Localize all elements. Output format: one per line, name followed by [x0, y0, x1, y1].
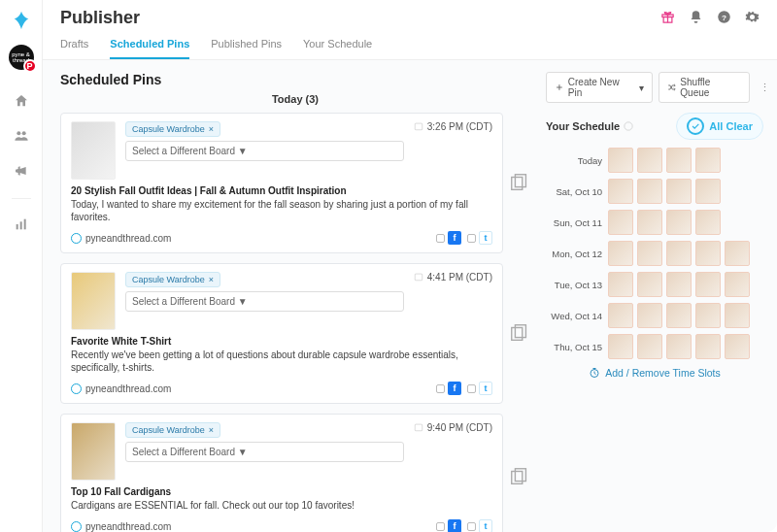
schedule-slot[interactable]: [695, 334, 721, 359]
pin-source[interactable]: pyneandthread.com: [71, 521, 171, 532]
schedule-slot[interactable]: [666, 241, 692, 266]
all-clear-button[interactable]: All Clear: [676, 113, 763, 140]
board-select[interactable]: Select a Different Board ▼: [125, 291, 404, 312]
schedule-slot[interactable]: [725, 241, 750, 266]
tab-your-schedule[interactable]: Your Schedule: [303, 38, 372, 59]
schedule-slot[interactable]: [637, 210, 662, 235]
schedule-day-row: Wed, Oct 14: [546, 303, 763, 328]
svg-rect-13: [512, 327, 523, 340]
schedule-slot[interactable]: [666, 334, 692, 359]
tab-scheduled[interactable]: Scheduled Pins: [110, 38, 189, 59]
pin-thumbnail[interactable]: [71, 121, 116, 180]
account-avatar[interactable]: pyne &thread P: [9, 45, 34, 70]
schedule-slot[interactable]: [608, 334, 633, 359]
schedule-day-label: Wed, Oct 14: [546, 311, 602, 321]
pin-card: Capsule Wardrobe× Select a Different Boa…: [60, 414, 503, 532]
schedule-slot[interactable]: [666, 179, 692, 204]
add-remove-slots-link[interactable]: Add / Remove Time Slots: [589, 367, 720, 379]
share-facebook[interactable]: f: [436, 382, 461, 395]
svg-rect-3: [19, 221, 21, 229]
twitter-icon: t: [479, 382, 492, 395]
svg-rect-2: [16, 224, 17, 229]
share-twitter[interactable]: t: [467, 382, 492, 395]
topbar: Publisher ?: [43, 0, 777, 28]
gift-icon[interactable]: [660, 10, 675, 26]
share-twitter[interactable]: t: [467, 231, 492, 245]
board-chip[interactable]: Capsule Wardrobe×: [125, 422, 220, 438]
schedule-day-row: Sun, Oct 11: [546, 210, 763, 235]
pin-source[interactable]: pyneandthread.com: [71, 233, 171, 244]
schedule-day-row: Sat, Oct 10: [546, 179, 763, 204]
schedule-slot[interactable]: [725, 334, 750, 359]
app-logo[interactable]: [11, 10, 32, 33]
chip-remove-icon[interactable]: ×: [209, 425, 214, 435]
pinterest-badge-icon: P: [23, 59, 37, 73]
tab-published[interactable]: Published Pins: [211, 38, 282, 59]
svg-rect-15: [415, 424, 422, 431]
reorder-handle-icon[interactable]: [509, 322, 530, 346]
share-twitter[interactable]: t: [467, 519, 492, 532]
board-chip[interactable]: Capsule Wardrobe×: [125, 121, 220, 137]
info-icon[interactable]: [624, 121, 633, 131]
schedule-slot[interactable]: [608, 210, 633, 235]
pin-thumbnail[interactable]: [71, 272, 116, 330]
schedule-slot[interactable]: [608, 303, 633, 328]
svg-rect-4: [23, 219, 25, 230]
schedule-slot[interactable]: [637, 148, 662, 173]
schedule-slot[interactable]: [695, 303, 721, 328]
board-select[interactable]: Select a Different Board ▼: [125, 442, 404, 462]
schedule-slot[interactable]: [695, 210, 721, 235]
schedule-slot[interactable]: [608, 179, 633, 204]
scheduled-feed: Scheduled Pins Today (3) Capsule Wardrob…: [43, 60, 540, 532]
schedule-slot[interactable]: [608, 272, 633, 297]
pin-source[interactable]: pyneandthread.com: [71, 383, 171, 394]
schedule-slot[interactable]: [666, 148, 692, 173]
schedule-slot[interactable]: [637, 272, 662, 297]
reorder-handle-icon[interactable]: [509, 466, 530, 489]
pin-desc: Cardigans are ESSENTIAL for fall. Check …: [71, 499, 492, 512]
schedule-slot[interactable]: [666, 303, 692, 328]
day-header: Today (3): [60, 93, 530, 105]
schedule-slot[interactable]: [695, 179, 721, 204]
schedule-slot[interactable]: [637, 179, 662, 204]
insights-icon[interactable]: [14, 216, 29, 234]
chevron-down-icon: ▾: [639, 83, 644, 93]
pin-title: Top 10 Fall Cardigans: [71, 486, 492, 497]
campaigns-icon[interactable]: [14, 163, 29, 181]
schedule-slot[interactable]: [695, 148, 721, 173]
more-menu-icon[interactable]: ⋮: [756, 80, 763, 96]
clock-icon: [589, 367, 600, 379]
tabs: Drafts Scheduled Pins Published Pins You…: [43, 28, 777, 60]
share-facebook[interactable]: f: [436, 519, 461, 532]
gear-icon[interactable]: [745, 10, 760, 26]
schedule-slot[interactable]: [637, 303, 662, 328]
share-facebook[interactable]: f: [436, 231, 461, 245]
shuffle-queue-button[interactable]: Shuffle Queue: [659, 72, 750, 103]
help-icon[interactable]: ?: [717, 10, 731, 26]
communities-icon[interactable]: [14, 128, 29, 146]
tab-drafts[interactable]: Drafts: [60, 38, 88, 59]
schedule-day-label: Thu, Oct 15: [546, 342, 602, 352]
reorder-handle-icon[interactable]: [509, 172, 530, 195]
schedule-slot[interactable]: [695, 241, 721, 266]
schedule-slot[interactable]: [695, 272, 721, 297]
bell-icon[interactable]: [689, 10, 703, 26]
feed-heading: Scheduled Pins: [60, 72, 530, 87]
chip-remove-icon[interactable]: ×: [209, 275, 214, 284]
schedule-slot[interactable]: [725, 303, 750, 328]
pin-thumbnail[interactable]: [71, 422, 116, 481]
home-icon[interactable]: [14, 93, 29, 111]
board-select[interactable]: Select a Different Board ▼: [125, 141, 404, 161]
pin-time: 9:40 PM (CDT): [414, 422, 492, 481]
schedule-slot[interactable]: [608, 148, 633, 173]
schedule-slot[interactable]: [637, 334, 662, 359]
schedule-slot[interactable]: [666, 210, 692, 235]
create-pin-button[interactable]: Create New Pin▾: [546, 72, 653, 103]
schedule-slot[interactable]: [725, 272, 750, 297]
schedule-slot[interactable]: [666, 272, 692, 297]
schedule-slot[interactable]: [637, 241, 662, 266]
schedule-slot[interactable]: [608, 241, 633, 266]
board-chip[interactable]: Capsule Wardrobe×: [125, 272, 220, 287]
chip-remove-icon[interactable]: ×: [209, 124, 214, 134]
facebook-icon: f: [448, 231, 461, 245]
